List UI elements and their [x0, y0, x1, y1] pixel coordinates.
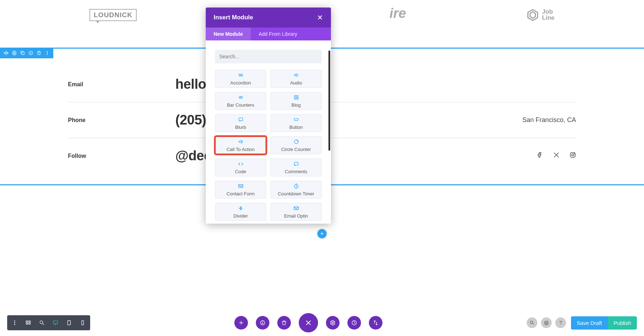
module-divider[interactable]: Divider	[215, 203, 266, 221]
desktop-view-icon[interactable]	[49, 317, 62, 329]
label-follow: Follow	[68, 153, 175, 159]
svg-rect-34	[68, 321, 70, 325]
bottom-more-icon[interactable]	[9, 317, 21, 329]
close-icon[interactable]: ✕	[317, 13, 323, 22]
builder-bottom-bar: ? Save Draft Publish	[0, 313, 644, 332]
portability-button[interactable]	[369, 316, 382, 330]
svg-point-6	[47, 53, 47, 53]
section-more-icon[interactable]	[44, 49, 51, 57]
module-blog[interactable]: Blog	[270, 92, 322, 110]
svg-rect-16	[239, 185, 243, 188]
publish-tools: ? Save Draft Publish	[527, 316, 637, 330]
history-button[interactable]	[347, 316, 361, 330]
save-library-button[interactable]	[256, 316, 269, 330]
module-label: Comments	[285, 169, 307, 174]
search-input[interactable]	[215, 50, 322, 63]
module-countdown-timer[interactable]: Countdown Timer	[270, 181, 322, 199]
svg-rect-18	[294, 207, 298, 210]
label-phone: Phone	[68, 117, 175, 123]
section-settings-icon[interactable]	[11, 49, 18, 57]
module-bar-counters[interactable]: Bar Counters	[215, 92, 266, 110]
module-audio[interactable]: Audio	[270, 70, 322, 88]
tab-new-module[interactable]: New Module	[206, 28, 251, 40]
section-duplicate-icon[interactable]	[19, 49, 26, 57]
tab-add-from-library[interactable]: Add From Library	[251, 28, 305, 40]
module-label: Blurb	[235, 125, 246, 130]
module-label: Contact Form	[226, 191, 255, 196]
instagram-icon[interactable]	[570, 152, 576, 160]
facebook-icon[interactable]	[537, 152, 543, 160]
module-label: Divider	[233, 213, 248, 219]
loudnick-part-a: LOUD	[94, 11, 114, 19]
svg-rect-30	[26, 323, 28, 324]
insert-module-modal: Insert Module ✕ New Module Add From Libr…	[206, 8, 331, 224]
svg-rect-15	[294, 162, 298, 165]
section-save-icon[interactable]	[27, 49, 34, 57]
modules-grid: AccordionAudioBar CountersBlogBlurbButto…	[215, 70, 322, 224]
module-code[interactable]: Code	[215, 159, 266, 176]
svg-point-5	[47, 51, 47, 52]
loudnick-part-b: NICK	[114, 11, 132, 19]
section-delete-icon[interactable]	[35, 49, 43, 57]
section-move-icon[interactable]	[3, 49, 10, 57]
wireframe-icon[interactable]	[22, 317, 34, 329]
logo-jobline: JobLine	[526, 9, 555, 21]
scrollbar-thumb[interactable]	[328, 50, 330, 151]
svg-rect-12	[239, 118, 243, 121]
svg-rect-35	[82, 321, 83, 325]
add-button[interactable]	[234, 316, 248, 330]
svg-point-2	[14, 52, 15, 54]
add-section-button[interactable]: +	[317, 229, 327, 238]
module-call-to-action[interactable]: Call To Action	[215, 136, 266, 154]
svg-point-25	[14, 321, 15, 322]
logo-ire: ire	[389, 6, 406, 21]
svg-rect-31	[29, 323, 30, 324]
x-twitter-icon[interactable]	[553, 152, 560, 160]
center-action-tools	[234, 313, 382, 332]
module-blurb[interactable]: Blurb	[215, 114, 266, 132]
svg-rect-28	[26, 321, 28, 322]
svg-point-37	[332, 322, 333, 323]
module-label: Call To Action	[226, 147, 255, 152]
svg-rect-13	[294, 118, 298, 120]
module-label: Blog	[291, 102, 301, 108]
module-label: Accordion	[230, 80, 251, 86]
save-draft-button[interactable]: Save Draft	[571, 316, 608, 330]
svg-rect-29	[29, 321, 30, 322]
label-email: Email	[68, 81, 175, 88]
module-label: Code	[235, 169, 246, 174]
svg-point-32	[40, 321, 43, 324]
module-circle-counter[interactable]: Circle Counter	[270, 136, 322, 154]
modal-header: Insert Module ✕	[206, 8, 331, 28]
svg-rect-3	[22, 52, 24, 55]
svg-marker-1	[530, 12, 536, 18]
module-comments[interactable]: Comments	[270, 159, 322, 176]
module-email-optin[interactable]: Email Optin	[270, 203, 322, 221]
module-label: Countdown Timer	[278, 191, 314, 196]
module-accordion[interactable]: Accordion	[215, 70, 266, 88]
module-button[interactable]: Button	[270, 114, 322, 132]
module-label: Circle Counter	[281, 147, 311, 152]
delete-button[interactable]	[277, 316, 291, 330]
zoom-icon[interactable]	[36, 317, 48, 329]
module-label: Audio	[290, 80, 302, 86]
svg-rect-33	[53, 321, 58, 324]
help-button[interactable]: ?	[555, 317, 566, 328]
module-label: Email Optin	[284, 213, 308, 219]
svg-point-9	[572, 154, 574, 156]
toggle-builder-button[interactable]	[299, 313, 318, 332]
tablet-view-icon[interactable]	[63, 317, 75, 329]
page-settings-button[interactable]	[326, 316, 340, 330]
logo-loudnick: LOUDNICK	[89, 9, 137, 21]
section-toolbar	[0, 48, 53, 58]
svg-point-39	[530, 321, 533, 323]
layers-button[interactable]	[541, 317, 552, 328]
svg-point-27	[14, 324, 15, 325]
modal-title: Insert Module	[214, 14, 253, 21]
module-contact-form[interactable]: Contact Form	[215, 181, 266, 199]
phone-view-icon[interactable]	[77, 317, 89, 329]
search-button[interactable]	[527, 317, 537, 328]
publish-button[interactable]: Publish	[608, 316, 637, 330]
right-phone: San Francisco, CA	[361, 116, 576, 124]
jobline-b: Line	[542, 14, 555, 21]
